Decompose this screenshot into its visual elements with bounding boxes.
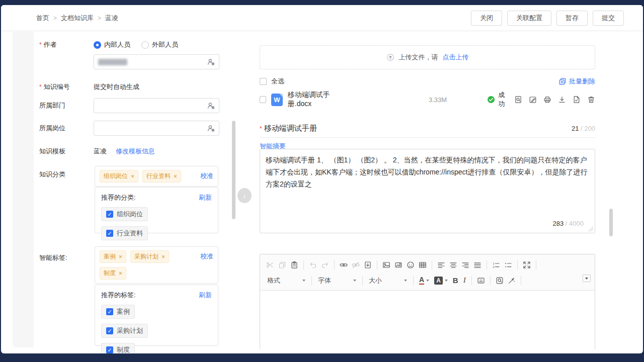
toolbar-separator	[413, 276, 414, 285]
person-picker-icon[interactable]	[207, 124, 215, 132]
table-icon[interactable]	[417, 259, 429, 271]
italic-button[interactable]: I	[461, 275, 468, 287]
smiley-icon[interactable]	[405, 259, 417, 271]
tags-calibrate-link[interactable]: 校准	[200, 250, 213, 261]
bg-color-button[interactable]: A	[432, 275, 450, 287]
ordered-list-icon[interactable]: 12	[490, 259, 502, 271]
upload-dropzone[interactable]: 上传文件，请 点击上传	[260, 45, 595, 69]
align-left-icon[interactable]	[435, 259, 447, 271]
breadcrumb-item[interactable]: 首页	[36, 14, 49, 23]
left-scrollbar-thumb[interactable]	[232, 121, 235, 219]
font-dropdown[interactable]: 字体	[315, 275, 359, 287]
editor-content-area[interactable]	[260, 291, 595, 351]
select-all-checkbox[interactable]	[260, 78, 267, 85]
collapse-panel-handle[interactable]: ‹	[237, 188, 252, 203]
paste-icon[interactable]	[288, 259, 300, 271]
align-right-icon[interactable]	[459, 259, 471, 271]
recommended-tag-chip[interactable]: ✓案例	[101, 305, 135, 319]
chevron-down-icon	[302, 280, 305, 283]
align-center-icon[interactable]	[447, 259, 459, 271]
checkbox-checked-icon[interactable]: ✓	[106, 308, 113, 315]
edit-icon[interactable]	[529, 96, 537, 104]
print-icon[interactable]	[543, 96, 551, 104]
summary-max: 4000	[569, 220, 584, 227]
remove-tag-icon[interactable]: ×	[162, 253, 165, 260]
album-icon[interactable]	[392, 259, 405, 271]
right-scrollbar-thumb[interactable]	[609, 209, 613, 236]
save-draft-button[interactable]: 暂存	[556, 11, 588, 26]
recommended-tag-chip[interactable]: ✓制度	[101, 343, 135, 353]
relation-config-button[interactable]: 关联配置	[507, 11, 551, 26]
collapse-toolbar-button[interactable]	[583, 275, 591, 282]
text-color-button[interactable]: A	[417, 275, 432, 287]
breadcrumb-separator: >	[53, 15, 57, 22]
title-value[interactable]: 移动端调试手册	[264, 124, 317, 133]
checkbox-checked-icon[interactable]: ✓	[106, 346, 113, 353]
italic-icon: I	[463, 276, 466, 285]
batch-delete-button[interactable]: 批量删除	[558, 77, 595, 86]
bold-button[interactable]: B	[450, 275, 461, 287]
smart-tag[interactable]: 案例×	[100, 250, 126, 263]
source-code-icon[interactable]	[475, 275, 487, 287]
person-picker-icon[interactable]	[207, 102, 215, 110]
toolbar-separator	[362, 276, 363, 285]
department-input[interactable]	[94, 98, 219, 113]
justify-icon[interactable]	[471, 259, 484, 271]
bullet-list-icon[interactable]	[502, 259, 514, 271]
file-name[interactable]: 移动端调试手册.docx	[288, 90, 348, 109]
close-button[interactable]: 关闭	[471, 11, 502, 26]
title-field[interactable]: 移动端调试手册 21 / 200	[260, 120, 595, 138]
category-tag[interactable]: 行业资料×	[142, 170, 181, 183]
download-icon[interactable]	[558, 96, 566, 104]
radio-internal[interactable]: 内部人员	[94, 40, 130, 49]
refresh-link[interactable]: 刷新	[199, 291, 212, 300]
link-icon[interactable]	[338, 259, 350, 271]
breadcrumb-item[interactable]: 文档知识库	[61, 14, 94, 23]
file-checkbox[interactable]	[260, 96, 266, 103]
radio-external[interactable]: 外部人员	[141, 40, 178, 49]
title-max: 200	[584, 125, 595, 132]
delete-icon[interactable]	[587, 96, 595, 104]
upload-cloud-icon	[386, 53, 394, 61]
remove-tag-icon[interactable]: ×	[119, 270, 122, 277]
edit-template-link[interactable]: 修改模板信息	[116, 144, 155, 159]
remove-tag-icon[interactable]: ×	[131, 173, 134, 180]
preview-icon[interactable]	[494, 275, 506, 287]
format-wand-icon[interactable]	[506, 275, 518, 287]
summary-textarea[interactable]: 移动端调试手册 1、 （图1） （图2） 。 2、当然，在某些更特殊的情况下，我…	[260, 149, 595, 233]
toolbar-separator	[303, 260, 304, 269]
checkbox-checked-icon[interactable]: ✓	[106, 211, 113, 218]
remove-tag-icon[interactable]: ×	[119, 253, 122, 260]
radio-selected-icon[interactable]	[94, 41, 101, 49]
remove-tag-icon[interactable]: ×	[174, 173, 177, 180]
checkbox-checked-icon[interactable]: ✓	[106, 230, 113, 237]
person-picker-icon[interactable]	[207, 58, 215, 66]
recommended-category-chip[interactable]: ✓行业资料	[101, 226, 148, 240]
refresh-link[interactable]: 刷新	[199, 193, 212, 202]
size-dropdown[interactable]: 大小	[366, 275, 410, 287]
author-input[interactable]	[94, 54, 219, 69]
category-tag[interactable]: 组织岗位×	[100, 170, 138, 183]
upload-link[interactable]: 点击上传	[443, 53, 469, 62]
resize-grip[interactable]	[589, 227, 593, 231]
maximize-icon[interactable]	[521, 259, 533, 271]
category-calibrate-link[interactable]: 校准	[200, 170, 213, 180]
doc-convert-icon[interactable]	[573, 96, 581, 104]
checkbox-checked-icon[interactable]: ✓	[106, 327, 113, 334]
file-preview-icon[interactable]	[514, 96, 522, 104]
smart-tag[interactable]: 采购计划×	[130, 250, 169, 263]
recommended-tag-chip-label: 采购计划	[117, 326, 143, 335]
insert-file-icon[interactable]	[362, 259, 374, 271]
summary-text: 移动端调试手册 1、 （图1） （图2） 。 2、当然，在某些更特殊的情况下，我…	[266, 156, 587, 188]
position-input[interactable]	[94, 121, 219, 136]
toolbar-separator	[471, 276, 472, 285]
recommended-category-chip[interactable]: ✓组织岗位	[101, 207, 148, 221]
radio-unselected-icon[interactable]	[141, 41, 149, 49]
recommended-tag-chip[interactable]: ✓采购计划	[101, 324, 148, 338]
chevron-down-icon	[426, 280, 429, 283]
submit-button[interactable]: 提交	[593, 11, 624, 26]
smart-tag[interactable]: 制度×	[100, 267, 126, 280]
image-icon[interactable]	[380, 259, 392, 271]
format-dropdown[interactable]: 格式	[264, 275, 308, 287]
chevron-down-icon	[445, 280, 448, 283]
